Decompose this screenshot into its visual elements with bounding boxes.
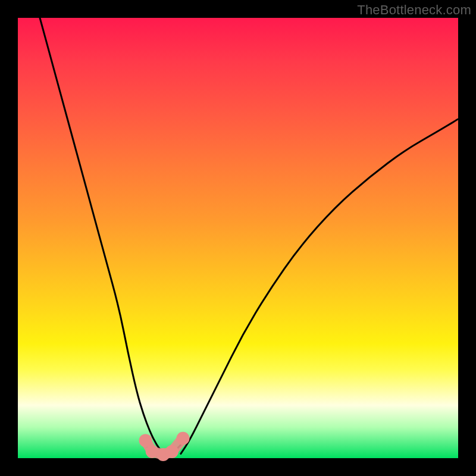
chart-plot-area [18,18,458,458]
watermark-text: TheBottleneck.com [357,2,471,18]
series-left-branch [40,18,163,454]
marker-peak-right-end [177,432,190,445]
marker-peak-left-start [139,434,152,447]
marker-group [139,432,190,461]
marker-peak-right-mid [165,445,178,458]
chart-svg [18,18,458,458]
series-right-branch [181,119,458,453]
marker-peak-left-mid [146,445,159,458]
series-group [40,18,458,455]
